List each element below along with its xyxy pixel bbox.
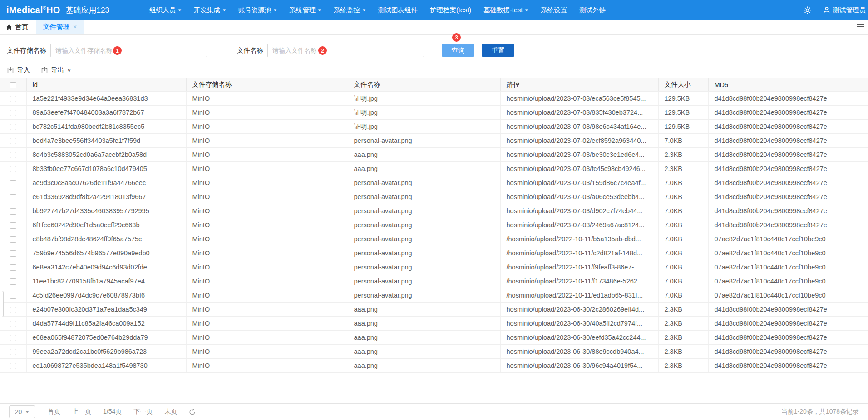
row-checkbox[interactable] [10, 152, 16, 158]
next-page-button[interactable]: 下一页 [133, 408, 153, 416]
row-checkbox[interactable] [10, 166, 16, 172]
tab-close-icon[interactable]: × [73, 23, 77, 30]
app-logo: iMedical®HO [6, 5, 60, 15]
nav-item[interactable]: 开发集成▼ [194, 6, 226, 15]
cell-store: MinIO [186, 120, 348, 134]
row-checkbox[interactable] [10, 208, 16, 215]
cell-path: hosminio/upload/2023-07-02/ecf8592a96344… [500, 134, 658, 148]
cell-path: hosminio/upload/2023-07-03/835f430eb3724… [500, 106, 658, 120]
row-checkbox[interactable] [10, 138, 16, 144]
nav-item[interactable]: 组织人员▼ [149, 6, 182, 15]
annotation-badge-1: 1 [113, 46, 122, 55]
query-button[interactable]: 查询 3 [442, 44, 474, 57]
first-page-button[interactable]: 首页 [48, 408, 60, 416]
row-checkbox[interactable] [10, 349, 16, 355]
row-checkbox[interactable] [10, 321, 16, 327]
file-name-input[interactable] [267, 44, 424, 57]
nav-item[interactable]: 系统管理▼ [289, 6, 321, 15]
cell-id: ec1a0698727e535bdea148a1f5498730 [26, 359, 186, 373]
select-all-checkbox[interactable] [10, 82, 16, 88]
column-header: 文件存储名称 [186, 78, 348, 92]
cell-path: hosminio/upload/2023-06-30/88e9ccdb940a4… [500, 345, 658, 359]
chevron-down-icon: ▼ [178, 8, 182, 12]
cell-path: hosminio/upload/2023-07-03/eca563ce5f854… [500, 92, 658, 106]
nav-item[interactable]: 护理档案(test) [430, 6, 471, 15]
import-button[interactable]: 导入 [7, 66, 30, 74]
cell-id: e61d336928d9df8b2a429418013f9667 [26, 190, 186, 204]
row-checkbox[interactable] [10, 194, 16, 200]
cell-name: aaa.png [348, 303, 500, 317]
row-checkbox[interactable] [10, 96, 16, 102]
cell-size: 2.3KB [658, 148, 708, 162]
table-header-row: id文件存储名称文件名称路径文件大小MD5 [0, 78, 868, 92]
row-checkbox[interactable] [10, 264, 16, 271]
last-page-button[interactable]: 末页 [164, 408, 177, 416]
cell-store: MinIO [186, 246, 348, 260]
cell-path: hosminio/upload/2023-06-30/40a5ff2cd7974… [500, 317, 658, 331]
export-button[interactable]: 导出 ∨ [41, 66, 71, 74]
sidebar-collapse-handle[interactable] [0, 291, 4, 317]
refresh-icon[interactable] [189, 409, 196, 415]
nav-item[interactable]: 系统设置 [541, 6, 567, 15]
cell-id: 759b9e74556d6574b96577e090a9edb0 [26, 246, 186, 260]
page-indicator: 1/54页 [103, 408, 122, 416]
nav-item[interactable]: 基础数据-test▼ [483, 6, 528, 15]
tab-home[interactable]: 首页 [0, 20, 36, 34]
prev-page-button[interactable]: 上一页 [72, 408, 91, 416]
table-row: ec1a0698727e535bdea148a1f5498730MinIOaaa… [0, 359, 868, 373]
cell-md5: d41d8cd98f00b204e9800998ecf8427e [708, 303, 868, 317]
nav-item[interactable]: 系统监控▼ [334, 6, 366, 15]
cell-name: personal-avatar.png [348, 232, 500, 246]
chevron-down-icon: ▼ [362, 8, 366, 12]
table-row: 6f1fee60242d90ef1d5a0ecff29c663bMinIOper… [0, 218, 868, 232]
column-header: 文件大小 [658, 78, 708, 92]
row-checkbox[interactable] [10, 335, 16, 341]
cell-id: 8b33fb0ee77c667d1078a6c10d479405 [26, 162, 186, 176]
cell-path: hosminio/upload/2023-07-03/fc45c98cb4924… [500, 162, 658, 176]
menu-icon[interactable] [857, 24, 864, 29]
cell-id: 4c5fd26ee0997d4dc9c7e60878973bf6 [26, 288, 186, 303]
nav-item[interactable]: 测试外链 [579, 6, 606, 15]
nav-item[interactable]: 测试图表组件 [378, 6, 418, 15]
cell-id: 89a63eefe7f470484003a3a6f7872b67 [26, 106, 186, 120]
file-management-panel: 文件存储名称 1 文件名称 2 查询 3 重置 导入 [0, 35, 868, 420]
row-checkbox[interactable] [10, 293, 16, 299]
import-icon [7, 67, 14, 74]
row-checkbox[interactable] [10, 180, 16, 186]
cell-id: 1a5e221f4933e9d34e64a0eea36831d3 [26, 92, 186, 106]
cell-store: MinIO [186, 303, 348, 317]
cell-md5: d41d8cd98f00b204e9800998ecf8427e [708, 190, 868, 204]
reset-button[interactable]: 重置 [482, 44, 514, 57]
cell-name: personal-avatar.png [348, 246, 500, 260]
pagination-bar: 20 ▼ 首页 上一页 1/54页 下一页 末页 当前1-20条，共1078条记… [0, 403, 868, 420]
cell-size: 129.5KB [658, 92, 708, 106]
user-menu[interactable]: 测试管理员 [823, 6, 866, 15]
cell-md5: 07ae82d7ac1f810c440c17ccf10be9c0 [708, 288, 868, 303]
row-checkbox[interactable] [10, 110, 16, 116]
row-checkbox[interactable] [10, 278, 16, 285]
storage-name-input[interactable] [50, 44, 207, 57]
cell-name: personal-avatar.png [348, 274, 500, 288]
cell-name: 证明.jpg [348, 106, 500, 120]
topbar-nav: 组织人员▼开发集成▼账号资源池▼系统管理▼系统监控▼测试图表组件护理档案(tes… [149, 6, 606, 15]
cell-id: d4da57744d9f11c85a2fa46ca009a152 [26, 317, 186, 331]
user-icon [823, 6, 830, 14]
app-name: 基础应用123 [66, 5, 109, 15]
row-checkbox[interactable] [10, 222, 16, 229]
nav-item-label: 测试外链 [579, 6, 606, 15]
row-checkbox[interactable] [10, 363, 16, 369]
settings-gear-icon[interactable] [804, 6, 811, 14]
cell-id: bed4a7e3bee556ff34403a5fe1f7f59d [26, 134, 186, 148]
row-checkbox[interactable] [10, 250, 16, 257]
row-checkbox[interactable] [10, 124, 16, 130]
page-size-select[interactable]: 20 ▼ [9, 405, 35, 418]
row-checkbox[interactable] [10, 307, 16, 313]
row-checkbox[interactable] [10, 236, 16, 243]
cell-path: /hosminio/upload/2022-10-11/f173486e-526… [500, 274, 658, 288]
cell-store: MinIO [186, 317, 348, 331]
nav-item[interactable]: 账号资源池▼ [238, 6, 277, 15]
table-row: bb922747b27d4335c460383957792995MinIOper… [0, 204, 868, 218]
tab-file-management[interactable]: 文件管理 × [36, 20, 84, 34]
table-row: d4da57744d9f11c85a2fa46ca009a152MinIOaaa… [0, 317, 868, 331]
annotation-badge-3: 3 [452, 33, 461, 42]
